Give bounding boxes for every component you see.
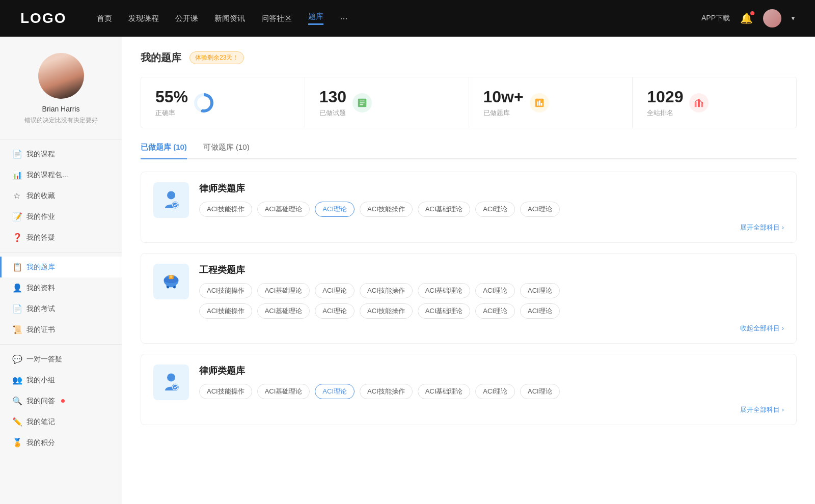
tag-lawyer2-1[interactable]: ACI基础理论 — [257, 384, 310, 399]
nav-link-news[interactable]: 新闻资讯 — [214, 14, 245, 23]
svg-point-22 — [167, 373, 175, 381]
myqa-icon: 🔍 — [12, 396, 21, 406]
ranking-label: 全站排名 — [647, 108, 683, 118]
tag-eng2-6[interactable]: ACI理论 — [520, 303, 560, 319]
profile-avatar[interactable] — [38, 53, 84, 99]
accuracy-chart — [194, 93, 213, 113]
category-content-engineer: 工程类题库 ACI技能操作 ACI基础理论 ACI理论 ACI技能操作 ACI基… — [199, 264, 784, 319]
tag-lawyer1-5[interactable]: ACI理论 — [475, 202, 515, 217]
tag-eng2-0[interactable]: ACI技能操作 — [199, 303, 252, 319]
sidebar-item-homework[interactable]: 📝 我的作业 — [0, 206, 122, 227]
qa-icon: ❓ — [12, 233, 21, 242]
qa-notification-dot — [61, 399, 65, 403]
page-layout: Brian Harris 错误的决定比没有决定要好 📄 我的课程 📊 我的课程包… — [0, 37, 815, 504]
done-questions-label: 已做试题 — [319, 108, 346, 118]
svg-rect-10 — [701, 103, 703, 106]
tag-lawyer2-0[interactable]: ACI技能操作 — [199, 384, 252, 399]
category-header: 律师类题库 ACI技能操作 ACI基础理论 ACI理论 ACI技能操作 ACI基… — [153, 182, 784, 218]
svg-point-20 — [167, 286, 169, 289]
tag-eng1-1[interactable]: ACI基础理论 — [257, 283, 310, 298]
sidebar-item-exam[interactable]: 📄 我的考试 — [0, 298, 122, 319]
points-icon: 🏅 — [12, 438, 21, 447]
tag-eng2-1[interactable]: ACI基础理论 — [257, 303, 310, 319]
tag-eng2-3[interactable]: ACI技能操作 — [360, 303, 413, 319]
sidebar-item-points[interactable]: 🏅 我的积分 — [0, 432, 122, 453]
sidebar-item-coursepackage[interactable]: 📊 我的课程包... — [0, 164, 122, 185]
sidebar: Brian Harris 错误的决定比没有决定要好 📄 我的课程 📊 我的课程包… — [0, 37, 122, 504]
tag-eng2-2[interactable]: ACI理论 — [315, 303, 355, 319]
nav-link-home[interactable]: 首页 — [97, 14, 112, 23]
stats-row: 55% 正确率 130 已做试题 — [141, 77, 797, 128]
tag-eng2-4[interactable]: ACI基础理论 — [418, 303, 471, 319]
tag-eng1-3[interactable]: ACI技能操作 — [360, 283, 413, 298]
nav-link-opencourse[interactable]: 公开课 — [175, 14, 198, 23]
profile-name: Brian Harris — [42, 105, 80, 113]
category-footer-engineer: 收起全部科目 › — [153, 324, 784, 333]
tag-lawyer1-1[interactable]: ACI基础理论 — [257, 202, 310, 217]
nav-link-questionbank[interactable]: 题库 — [308, 12, 323, 25]
nav-logo: LOGO — [20, 10, 66, 26]
tag-lawyer1-6[interactable]: ACI理论 — [520, 202, 560, 217]
nav-bell[interactable]: 🔔 — [740, 12, 753, 24]
sidebar-divider-3 — [0, 344, 122, 345]
category-card-engineer1: 工程类题库 ACI技能操作 ACI基础理论 ACI理论 ACI技能操作 ACI基… — [141, 253, 797, 344]
nav-link-qa[interactable]: 问答社区 — [261, 14, 292, 23]
sidebar-item-certificate[interactable]: 📜 我的证书 — [0, 319, 122, 340]
tag-lawyer1-3[interactable]: ACI技能操作 — [360, 202, 413, 217]
nav-link-discover[interactable]: 发现课程 — [128, 14, 159, 23]
tab-done[interactable]: 已做题库 (10) — [141, 143, 187, 158]
tag-lawyer1-2[interactable]: ACI理论 — [315, 202, 355, 217]
category-title-lawyer1: 律师类题库 — [199, 182, 784, 194]
sidebar-item-questionbank[interactable]: 📋 我的题库 — [0, 257, 122, 277]
tag-lawyer1-4[interactable]: ACI基础理论 — [418, 202, 471, 217]
done-banks-icon — [530, 93, 549, 113]
category-icon-engineer — [153, 264, 189, 299]
tag-eng1-6[interactable]: ACI理论 — [520, 283, 560, 298]
category-title-lawyer2: 律师类题库 — [199, 365, 784, 377]
user-dropdown-caret[interactable]: ▾ — [792, 15, 795, 22]
nav-app-download[interactable]: APP下载 — [701, 14, 730, 23]
category-footer-lawyer1: 展开全部科目 › — [153, 223, 784, 232]
svg-rect-6 — [539, 100, 540, 105]
tag-eng1-0[interactable]: ACI技能操作 — [199, 283, 252, 298]
sidebar-profile: Brian Harris 错误的决定比没有决定要好 — [0, 37, 122, 135]
navbar: LOGO 首页 发现课程 公开课 新闻资讯 问答社区 题库 ··· APP下载 … — [0, 0, 815, 37]
tag-lawyer2-6[interactable]: ACI理论 — [520, 384, 560, 399]
homework-icon: 📝 — [12, 212, 21, 221]
sidebar-item-group[interactable]: 👥 我的小组 — [0, 370, 122, 390]
category-content-lawyer2: 律师类题库 ACI技能操作 ACI基础理论 ACI理论 ACI技能操作 ACI基… — [199, 365, 784, 399]
trial-badge: 体验剩余23天！ — [189, 51, 244, 64]
sidebar-divider-1 — [0, 139, 122, 139]
nav-link-more[interactable]: ··· — [340, 13, 347, 24]
expand-btn-lawyer1[interactable]: 展开全部科目 › — [740, 223, 784, 232]
sidebar-item-myqa[interactable]: 🔍 我的问答 — [0, 390, 122, 411]
tag-lawyer2-3[interactable]: ACI技能操作 — [360, 384, 413, 399]
tag-eng1-2[interactable]: ACI理论 — [315, 283, 355, 298]
tag-eng1-4[interactable]: ACI基础理论 — [418, 283, 471, 298]
accuracy-label: 正确率 — [155, 108, 188, 118]
svg-point-19 — [170, 275, 173, 278]
tags-row-engineer-2: ACI技能操作 ACI基础理论 ACI理论 ACI技能操作 ACI基础理论 AC… — [199, 303, 784, 319]
sidebar-item-notes[interactable]: ✏️ 我的笔记 — [0, 411, 122, 432]
certificate-icon: 📜 — [12, 325, 21, 334]
tag-lawyer2-2[interactable]: ACI理论 — [315, 384, 355, 399]
tab-todo[interactable]: 可做题库 (10) — [203, 143, 250, 158]
tag-eng2-5[interactable]: ACI理论 — [475, 303, 515, 319]
sidebar-item-mydata[interactable]: 👤 我的资料 — [0, 277, 122, 298]
sidebar-item-mycourse[interactable]: 📄 我的课程 — [0, 144, 122, 164]
done-questions-value: 130 — [319, 88, 346, 106]
category-icon-lawyer — [153, 182, 189, 218]
tag-lawyer2-4[interactable]: ACI基础理论 — [418, 384, 471, 399]
sidebar-item-one2one[interactable]: 💬 一对一答疑 — [0, 349, 122, 370]
tag-eng1-5[interactable]: ACI理论 — [475, 283, 515, 298]
sidebar-item-qa[interactable]: ❓ 我的答疑 — [0, 227, 122, 248]
svg-rect-8 — [695, 102, 697, 107]
tag-lawyer2-5[interactable]: ACI理论 — [475, 384, 515, 399]
expand-btn-lawyer2[interactable]: 展开全部科目 › — [740, 405, 784, 414]
sidebar-item-favorites[interactable]: ☆ 我的收藏 — [0, 185, 122, 206]
tag-lawyer1-0[interactable]: ACI技能操作 — [199, 202, 252, 217]
collapse-btn-engineer[interactable]: 收起全部科目 › — [740, 324, 784, 333]
avatar[interactable] — [763, 9, 781, 27]
done-questions-text: 130 已做试题 — [319, 88, 346, 118]
profile-motto: 错误的决定比没有决定要好 — [24, 116, 98, 125]
